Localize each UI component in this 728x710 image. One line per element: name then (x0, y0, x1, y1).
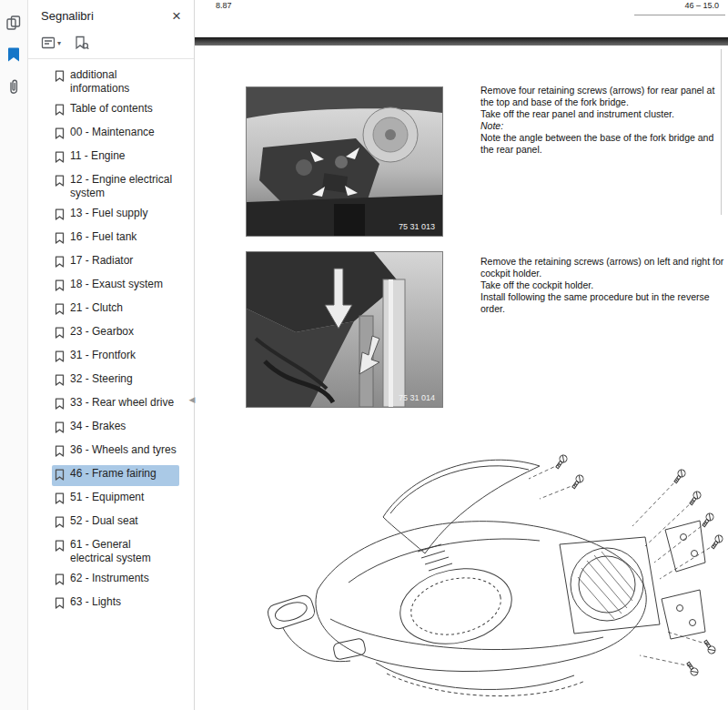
bookmark-item-label: 36 - Wheels and tyres (70, 443, 177, 457)
bookmark-flag-icon (55, 278, 65, 295)
bookmark-item-label: 13 - Fuel supply (70, 207, 147, 220)
bookmarks-panel-header: Segnalibri × (28, 0, 194, 29)
bookmark-flag-icon (55, 538, 65, 555)
bookmark-item[interactable]: additional informations (52, 66, 179, 97)
scan-artifact-bar (195, 37, 728, 46)
bookmark-item-label: 23 - Gearbox (70, 325, 134, 339)
bookmark-item[interactable]: Table of contents (52, 100, 179, 121)
bookmark-item-label: 63 - Lights (70, 595, 121, 609)
close-icon[interactable]: × (168, 6, 185, 25)
bookmark-item-label: 21 - Clutch (70, 301, 123, 315)
pdf-viewer: Segnalibri × ▾ (0, 0, 728, 710)
locate-bookmark-icon[interactable] (74, 36, 89, 50)
bookmark-item[interactable]: 62 - Instruments (52, 570, 179, 591)
bookmark-item-label: Table of contents (70, 102, 153, 116)
bookmark-item[interactable]: 63 - Lights (52, 593, 179, 614)
chevron-down-icon: ▾ (57, 39, 61, 47)
bookmark-flag-icon (55, 325, 65, 342)
bookmark-item[interactable]: 12 - Engine electrical system (52, 171, 179, 202)
bookmark-item-label: 17 - Radiator (70, 254, 133, 268)
bookmark-flag-icon (55, 349, 65, 366)
bookmark-item-label: 00 - Maintenance (70, 126, 155, 139)
bookmark-item[interactable]: 31 - Frontfork (52, 347, 179, 368)
page-number-right: 46 – 15.0 (684, 1, 719, 10)
bookmark-flag-icon (55, 491, 65, 508)
bookmark-item-label: 52 - Dual seat (70, 514, 138, 528)
page-number-left: 8.87 (216, 1, 232, 10)
paragraph: Remove four retaining screws (arrows) fo… (480, 85, 726, 108)
page-thumbnails-icon[interactable] (4, 13, 24, 33)
header-rule (634, 15, 725, 15)
photo-ref-label: 75 31 013 (399, 222, 435, 231)
bookmark-item-label: additional informations (70, 68, 177, 96)
bookmark-flag-icon (55, 102, 65, 119)
bookmark-list: additional informations Table of content… (28, 59, 194, 710)
bookmark-flag-icon (55, 126, 65, 143)
bookmark-flag-icon (55, 68, 65, 86)
instruction-text-2: Remove the retaining screws (arrows) on … (480, 256, 726, 315)
bookmark-flag-icon (55, 301, 65, 319)
manual-photo-2: 75 31 014 (246, 251, 443, 408)
bookmark-item-label: 51 - Equipment (70, 491, 144, 504)
paragraph: Take off the cockpit holder. (480, 279, 726, 291)
bookmark-item-label: 18 - Exaust system (70, 278, 163, 291)
bookmark-flag-icon (55, 372, 65, 390)
paragraph: Remove the retaining screws (arrows) on … (480, 256, 726, 279)
bookmarks-panel: Segnalibri × ▾ (28, 0, 195, 710)
bookmark-item-label: 33 - Rear wheel drive (70, 396, 174, 410)
bookmark-item[interactable]: 16 - Fuel tank (52, 228, 179, 249)
exploded-diagram (239, 446, 723, 708)
bookmark-flag-icon (55, 207, 65, 224)
instruction-text-1: Remove four retaining screws (arrows) fo… (480, 85, 726, 156)
bookmark-item[interactable]: 52 - Dual seat (52, 512, 179, 533)
manual-photo-1: 75 31 013 (246, 86, 443, 237)
bookmark-flag-icon (55, 443, 65, 461)
bookmark-item-label: 34 - Brakes (70, 420, 126, 433)
left-icon-rail (0, 0, 28, 710)
bookmark-flag-icon (55, 514, 65, 532)
bookmark-item[interactable]: 11 - Engine (52, 147, 179, 168)
bookmark-item[interactable]: 46 - Frame fairing (52, 465, 179, 486)
bookmark-item-label: 61 - General electrical system (70, 538, 177, 565)
bookmark-flag-icon (55, 467, 65, 484)
bookmark-item-label: 12 - Engine electrical system (70, 173, 177, 200)
bookmark-item-label: 11 - Engine (70, 149, 126, 163)
bookmark-item[interactable]: 23 - Gearbox (52, 323, 179, 344)
bookmark-item[interactable]: 21 - Clutch (52, 299, 179, 320)
bookmark-flag-icon (55, 173, 65, 190)
paragraph: Take off the rear panel and instrument c… (480, 108, 726, 120)
panel-title: Segnalibri (41, 9, 168, 23)
bookmark-item[interactable]: 18 - Exaust system (52, 276, 179, 297)
bookmark-item[interactable]: 34 - Brakes (52, 418, 179, 439)
bookmark-flag-icon (55, 149, 65, 167)
photo-ref-label: 75 31 014 (399, 393, 435, 402)
bookmark-item-label: 62 - Instruments (70, 572, 149, 585)
bookmark-flag-icon (55, 254, 65, 271)
bookmark-item-label: 16 - Fuel tank (70, 230, 136, 244)
bookmark-item[interactable]: 13 - Fuel supply (52, 205, 179, 226)
bookmark-item[interactable]: 36 - Wheels and tyres (52, 441, 179, 462)
bookmark-item[interactable]: 61 - General electrical system (52, 536, 179, 567)
note-text: Note the angle between the base of the f… (480, 132, 726, 156)
bookmark-item[interactable]: 00 - Maintenance (52, 124, 179, 145)
bookmarks-toolbar: ▾ (28, 29, 194, 59)
bookmark-flag-icon (55, 595, 65, 613)
attachments-icon[interactable] (4, 76, 24, 96)
bookmark-item-label: 46 - Frame fairing (70, 467, 157, 481)
bookmark-item-label: 32 - Steering (70, 372, 133, 386)
bookmark-flag-icon (55, 396, 65, 413)
bookmark-item[interactable]: 51 - Equipment (52, 489, 179, 510)
bookmarks-icon[interactable] (4, 45, 24, 65)
bookmark-item-label: 31 - Frontfork (70, 349, 136, 362)
paragraph: Install following the same procedure but… (480, 291, 726, 315)
panel-collapse-icon[interactable]: ◀ (186, 391, 198, 408)
bookmark-item[interactable]: 17 - Radiator (52, 252, 179, 273)
document-page: 8.87 46 – 15.0 (195, 0, 728, 710)
bookmark-flag-icon (55, 572, 65, 589)
bookmark-item[interactable]: 33 - Rear wheel drive (52, 394, 179, 415)
bookmark-flag-icon (55, 230, 65, 248)
options-menu-icon[interactable]: ▾ (41, 36, 61, 50)
bookmark-flag-icon (55, 420, 65, 437)
bookmark-item[interactable]: 32 - Steering (52, 370, 179, 391)
note-label: Note: (480, 120, 726, 132)
